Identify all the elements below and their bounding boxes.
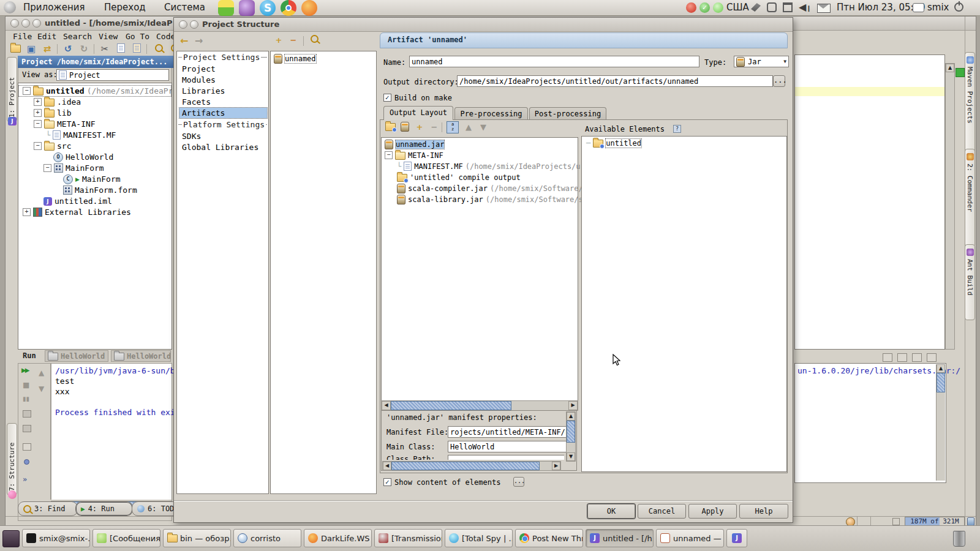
scroll-left-icon[interactable]: ◀ bbox=[383, 462, 391, 470]
project-tree[interactable]: − untitled (/home/smix/IdeaProj + .idea … bbox=[18, 83, 172, 350]
idea-logo-icon[interactable]: J bbox=[8, 117, 17, 126]
scrollbar-thumb[interactable] bbox=[391, 401, 511, 410]
output-directory-input[interactable] bbox=[457, 75, 773, 87]
find-icon[interactable] bbox=[153, 43, 165, 54]
collapse-toggle-icon[interactable]: − bbox=[23, 87, 31, 95]
tree-row-untitled[interactable]: − untitled (/home/smix/IdeaProj bbox=[19, 86, 171, 96]
update-notifier-icon[interactable] bbox=[686, 2, 696, 13]
dock-mode-icon[interactable] bbox=[897, 353, 907, 362]
task-file-browser[interactable]: bin — обозр... bbox=[163, 529, 231, 547]
show-content-checkbox[interactable]: ✓ bbox=[383, 478, 391, 486]
layout-row-compile-output[interactable]: 'untitled' compile output bbox=[382, 172, 577, 182]
nav-item-libraries[interactable]: Libraries bbox=[179, 86, 227, 96]
toolwindow-button-find[interactable]: 3: Find bbox=[18, 501, 78, 516]
dialog-close-icon[interactable] bbox=[179, 20, 187, 29]
toolwindow-tab-maven[interactable]: Maven Projects bbox=[965, 52, 975, 152]
redo-icon[interactable]: ↻ bbox=[78, 43, 90, 54]
input-pen-icon[interactable] bbox=[751, 3, 761, 12]
power-icon[interactable] bbox=[954, 2, 963, 12]
more-actions-chevrons-icon[interactable]: » bbox=[23, 475, 27, 484]
task-total-spy[interactable]: [Total Spy | ... bbox=[445, 529, 513, 547]
hide-window-icon[interactable] bbox=[927, 353, 937, 362]
task-intellij[interactable]: J untitled - [/h... bbox=[586, 529, 654, 547]
clock[interactable]: Птн Июл 23, 05:20 bbox=[837, 2, 925, 13]
available-row-untitled[interactable]: ─ untitled bbox=[582, 138, 786, 148]
toolwindow-button-run[interactable]: ▶ 4: Run bbox=[75, 501, 133, 516]
tab-output-layout[interactable]: Output Layout bbox=[383, 106, 453, 120]
collapse-toggle-icon[interactable]: − bbox=[34, 120, 42, 128]
menu-goto[interactable]: Go To bbox=[126, 32, 149, 41]
project-panel-header[interactable]: Project /home/smix/IdeaProject... bbox=[18, 56, 175, 68]
toolwindow-tab-ant[interactable]: Ant Build bbox=[965, 244, 975, 320]
editor-vscrollbar[interactable]: ▲ bbox=[945, 63, 955, 350]
prev-occurrence-icon[interactable]: ▲ bbox=[39, 369, 44, 377]
menu-places[interactable]: Переход bbox=[104, 2, 146, 13]
distro-menu-icon[interactable] bbox=[4, 1, 16, 13]
tab-post-processing[interactable]: Post-processing bbox=[529, 107, 606, 120]
nav-item-facets[interactable]: Facets bbox=[179, 97, 213, 107]
copy-icon[interactable] bbox=[115, 43, 127, 54]
sync-icon[interactable]: ⇄ bbox=[41, 43, 53, 54]
manifest-hscrollbar[interactable]: ◀ ▶ bbox=[382, 461, 561, 471]
scroll-left-icon[interactable]: ◀ bbox=[382, 401, 391, 410]
task-transmission[interactable]: [Transmission] bbox=[374, 529, 442, 547]
tree-row-meta-inf[interactable]: − META-INF bbox=[19, 119, 171, 129]
main-class-input[interactable] bbox=[448, 441, 568, 452]
artifact-list-item[interactable]: unnamed bbox=[271, 53, 375, 64]
dialog-minimize-icon[interactable] bbox=[190, 20, 198, 29]
window-maximize-icon[interactable] bbox=[32, 19, 41, 28]
scrollbar-thumb[interactable] bbox=[937, 373, 945, 392]
ok-button[interactable]: OK bbox=[587, 504, 635, 519]
collapse-toggle-icon[interactable]: − bbox=[34, 142, 42, 150]
layout-tree[interactable]: unnamed.jar − META-INF └ MANIFEST.MF (/h… bbox=[381, 137, 578, 401]
scroll-right-icon[interactable]: ▶ bbox=[552, 462, 560, 470]
run-console-right[interactable]: un-1.6.0.20/jre/lib/charsets.jar:/ ▲ bbox=[794, 363, 946, 483]
console-vscrollbar[interactable]: ▲ bbox=[936, 364, 945, 481]
nav-item-artifacts[interactable]: Artifacts bbox=[179, 108, 267, 118]
add-artifact-icon[interactable]: + bbox=[273, 35, 285, 46]
tree-row-lib[interactable]: + lib bbox=[19, 108, 171, 118]
browse-output-button[interactable]: ... bbox=[773, 75, 785, 87]
tree-row-src[interactable]: − src bbox=[19, 141, 171, 151]
sync-status-icon[interactable]: ✓ bbox=[699, 2, 710, 13]
type-combo[interactable]: Jar ▼ bbox=[734, 56, 789, 67]
add-directory-icon[interactable] bbox=[384, 122, 396, 133]
inspection-status-square[interactable] bbox=[956, 68, 965, 77]
window-minimize-icon[interactable] bbox=[21, 19, 30, 28]
available-elements-tree[interactable]: ─ untitled bbox=[581, 136, 787, 472]
tab-pre-processing[interactable]: Pre-processing bbox=[454, 107, 528, 120]
keyboard-layout-indicator[interactable]: США bbox=[726, 2, 749, 13]
add-archive-icon[interactable] bbox=[399, 122, 411, 133]
manifest-vscrollbar[interactable]: ▲ ▼ bbox=[566, 411, 576, 462]
open-icon[interactable] bbox=[9, 43, 21, 54]
layout-row-meta-inf[interactable]: − META-INF bbox=[382, 150, 577, 160]
collapse-toggle-icon[interactable]: − bbox=[385, 151, 393, 159]
back-icon[interactable]: ← bbox=[180, 36, 188, 46]
toolwindow-tab-commander[interactable]: 2: Commander bbox=[965, 149, 975, 247]
tree-row-external-libraries[interactable]: + External Libraries bbox=[19, 207, 171, 217]
float-mode-icon[interactable] bbox=[883, 353, 892, 362]
tree-row-mainform[interactable]: − MainForm bbox=[19, 163, 171, 173]
rerun-icon[interactable]: ▶▶ bbox=[21, 367, 28, 373]
layout-row-scala-library[interactable]: scala-library.jar (/home/smix/Software/s… bbox=[382, 194, 577, 204]
nav-item-project[interactable]: Project bbox=[179, 64, 218, 74]
layout-hscrollbar[interactable]: ◀ ▶ bbox=[381, 400, 578, 411]
tree-row-mainform-form[interactable]: MainForm.form bbox=[19, 185, 171, 195]
menu-code[interactable]: Code bbox=[156, 32, 175, 41]
menu-edit[interactable]: Edit bbox=[37, 32, 56, 41]
toggle-cell[interactable] bbox=[892, 518, 900, 525]
remove-element-icon[interactable]: − bbox=[428, 122, 440, 133]
layout-row-unnamed-jar[interactable]: unnamed.jar bbox=[382, 139, 577, 149]
class-path-input[interactable] bbox=[448, 455, 564, 460]
scroll-up-icon[interactable]: ▲ bbox=[946, 64, 954, 72]
chat-bubble-icon[interactable] bbox=[913, 3, 924, 12]
apply-button[interactable]: Apply bbox=[688, 504, 737, 519]
tree-row-idea[interactable]: + .idea bbox=[19, 97, 171, 107]
move-down-icon[interactable]: ▼ bbox=[477, 122, 489, 133]
forward-icon[interactable]: → bbox=[195, 36, 203, 46]
build-on-make-checkbox[interactable]: ✓ bbox=[383, 94, 391, 102]
toolwindow-tab-project[interactable]: 1: Project bbox=[7, 57, 17, 122]
printer-tray-icon[interactable] bbox=[783, 2, 793, 12]
task-idea-small[interactable]: J bbox=[726, 529, 747, 547]
split-console-icon[interactable] bbox=[23, 443, 31, 451]
